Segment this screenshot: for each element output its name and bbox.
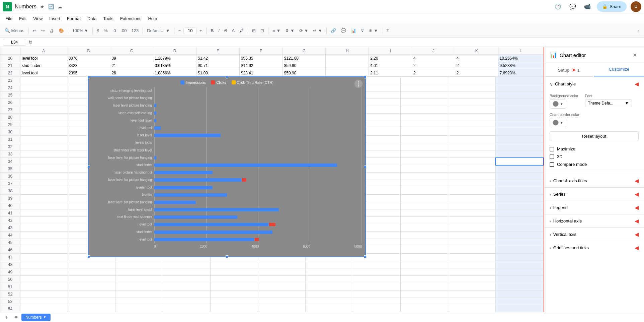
- font-size-inc-button[interactable]: +: [197, 27, 204, 35]
- video-icon[interactable]: 📹: [582, 1, 593, 12]
- chart-axis-titles-section[interactable]: › Chart & axis titles ◀: [544, 174, 644, 187]
- series-section[interactable]: › Series ◀: [544, 187, 644, 201]
- menu-help[interactable]: Help: [145, 15, 160, 22]
- history-icon[interactable]: 🔄: [48, 3, 55, 10]
- col-header-I[interactable]: I: [369, 47, 412, 55]
- valign-button[interactable]: ⇕ ▼: [283, 27, 296, 35]
- col-header-E[interactable]: E: [196, 47, 240, 55]
- col-header-L[interactable]: L: [498, 47, 543, 55]
- hide-controls-button[interactable]: ↕: [635, 27, 642, 35]
- font-select-dropdown[interactable]: Theme Defa... ▼: [585, 99, 632, 107]
- menu-view[interactable]: View: [30, 15, 45, 22]
- merge-button[interactable]: ⊡: [258, 27, 266, 35]
- menu-data[interactable]: Data: [85, 15, 99, 22]
- menu-edit[interactable]: Edit: [16, 15, 29, 22]
- 3d-checkbox[interactable]: [550, 154, 554, 159]
- vertical-axis-section[interactable]: › Vertical axis ◀: [544, 228, 644, 241]
- avatar[interactable]: U: [631, 1, 641, 12]
- col-header-B[interactable]: B: [67, 47, 110, 55]
- compare-mode-checkbox[interactable]: [550, 162, 554, 167]
- font-size-input[interactable]: 10: [183, 27, 197, 34]
- panel-close-button[interactable]: ✕: [631, 51, 639, 59]
- tab-customize[interactable]: Customize: [594, 63, 644, 76]
- maximize-checkbox[interactable]: [550, 147, 554, 151]
- sheet-list-button[interactable]: ≡: [12, 313, 20, 321]
- compare-mode-checkbox-row[interactable]: Compare mode: [544, 160, 644, 168]
- menu-insert[interactable]: Insert: [47, 15, 63, 22]
- chart-more-button[interactable]: [354, 80, 363, 88]
- add-sheet-button[interactable]: +: [3, 313, 11, 321]
- filter-button[interactable]: ⊽: [359, 27, 366, 35]
- menus-button[interactable]: 🔍 Menus: [3, 27, 26, 35]
- paint-format-button[interactable]: 🎨: [57, 27, 66, 35]
- horizontal-axis-section[interactable]: › Horizontal axis ◀: [544, 214, 644, 228]
- col-header-C[interactable]: C: [110, 47, 153, 55]
- activity-icon[interactable]: 🕐: [553, 1, 563, 12]
- col-header-G[interactable]: G: [283, 47, 326, 55]
- resize-handle-tl[interactable]: [87, 76, 90, 78]
- italic-button[interactable]: I: [216, 27, 222, 35]
- menu-format[interactable]: Format: [64, 15, 83, 22]
- bg-color-button[interactable]: ▼: [550, 99, 566, 109]
- text-color-button[interactable]: A: [230, 27, 237, 35]
- undo-button[interactable]: ↩: [31, 27, 38, 35]
- resize-handle-bl[interactable]: [87, 255, 90, 258]
- chat-icon[interactable]: 💬: [567, 1, 578, 12]
- freeze-button[interactable]: ❄ ▼: [367, 27, 380, 35]
- font-select[interactable]: Default... ▼: [145, 27, 172, 35]
- menu-extensions[interactable]: Extensions: [117, 15, 144, 22]
- cloud-icon[interactable]: ☁: [57, 3, 63, 10]
- sum-button[interactable]: Σ: [384, 27, 391, 35]
- resize-handle-br[interactable]: [364, 255, 367, 258]
- resize-handle-bm[interactable]: [226, 255, 228, 258]
- star-icon[interactable]: ★: [39, 3, 46, 10]
- more-formats-button[interactable]: 123: [129, 27, 141, 35]
- chart-container[interactable]: Impressions Clicks Click-Thru Rate (CTR)…: [88, 76, 366, 257]
- text-rotate-button[interactable]: ⟳ ▼: [297, 27, 310, 35]
- chart-x-axis: 0 2000 4000 6000 8000: [92, 243, 362, 248]
- borders-button[interactable]: ⊞: [250, 27, 258, 35]
- comment-button[interactable]: 💬: [339, 27, 348, 35]
- sheet-tab-numbers[interactable]: Numbers ▼: [21, 314, 51, 321]
- col-header-A[interactable]: A: [20, 47, 67, 55]
- link-button[interactable]: 🔗: [329, 27, 338, 35]
- menu-file[interactable]: File: [3, 15, 15, 22]
- bold-button[interactable]: B: [209, 27, 216, 35]
- share-button[interactable]: 🔒 Share: [597, 1, 627, 12]
- chart-border-color-button[interactable]: ▼: [550, 118, 566, 127]
- legend-section[interactable]: › Legend ◀: [544, 201, 644, 214]
- gridlines-ticks-section[interactable]: › Gridlines and ticks ◀: [544, 241, 644, 254]
- percent-button[interactable]: %: [102, 27, 110, 35]
- reset-layout-button[interactable]: Reset layout: [550, 131, 639, 141]
- strikethrough-button[interactable]: S: [222, 27, 229, 35]
- resize-handle-ml[interactable]: [87, 166, 90, 168]
- tab-setup[interactable]: Setup ➤ 1.: [544, 63, 594, 76]
- 3d-checkbox-row[interactable]: 3D: [544, 153, 644, 160]
- chart-style-header[interactable]: ∨ Chart style ◀: [550, 81, 639, 87]
- decimal-inc-button[interactable]: .00: [118, 27, 129, 35]
- chart-button[interactable]: 📊: [349, 27, 358, 35]
- cell-reference[interactable]: L34: [3, 39, 26, 46]
- redo-button[interactable]: ↪: [39, 27, 47, 35]
- decimal-dec-button[interactable]: .0: [110, 27, 118, 35]
- maximize-checkbox-row[interactable]: Maximize: [544, 145, 644, 153]
- align-button[interactable]: ≡ ▼: [270, 27, 283, 35]
- resize-handle-tr[interactable]: [364, 76, 367, 78]
- highlight-button[interactable]: 🖍: [237, 27, 246, 35]
- formula-input[interactable]: [35, 40, 641, 45]
- col-header-J[interactable]: J: [412, 47, 455, 55]
- col-header-H[interactable]: H: [326, 47, 369, 55]
- spreadsheet[interactable]: A B C D E F G H I J K L 20 level tool: [0, 47, 544, 312]
- print-button[interactable]: 🖨: [48, 27, 56, 35]
- legend-dot-ctr: [232, 80, 236, 84]
- col-header-K[interactable]: K: [455, 47, 498, 55]
- currency-button[interactable]: $: [95, 27, 101, 35]
- font-size-dec-button[interactable]: −: [176, 27, 183, 35]
- resize-handle-tm[interactable]: [226, 76, 228, 78]
- zoom-button[interactable]: 100% ▼: [70, 27, 90, 35]
- col-header-D[interactable]: D: [153, 47, 196, 55]
- wrap-button[interactable]: ↵ ▼: [311, 27, 324, 35]
- col-header-F[interactable]: F: [239, 47, 283, 55]
- menu-tools[interactable]: Tools: [100, 15, 116, 22]
- resize-handle-mr[interactable]: [364, 166, 367, 168]
